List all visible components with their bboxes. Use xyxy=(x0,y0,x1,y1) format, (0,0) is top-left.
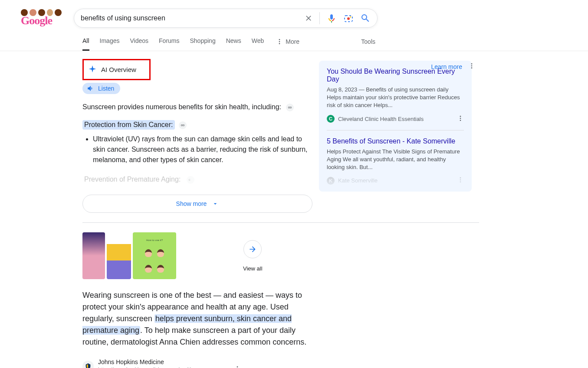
citation-icon[interactable] xyxy=(286,104,294,111)
learn-more-link[interactable]: Learn more xyxy=(431,63,462,70)
reference-source: Cleveland Clinic Health Essentials xyxy=(338,116,424,122)
search-icon[interactable] xyxy=(360,13,371,23)
ai-list-item: Ultraviolet (UV) rays from the sun can d… xyxy=(93,134,310,165)
tab-images[interactable]: Images xyxy=(100,30,120,51)
ai-section-heading-1: Protection from Skin Cancer: xyxy=(82,120,175,130)
ai-overview-list: Ultraviolet (UV) rays from the sun can d… xyxy=(93,134,310,165)
ai-section-heading-2: Prevention of Premature Aging: xyxy=(82,175,182,184)
listen-label: Listen xyxy=(98,85,114,92)
svg-point-9 xyxy=(237,366,238,368)
svg-point-2 xyxy=(350,16,351,18)
thumbnail-image[interactable] xyxy=(107,232,131,279)
nav-tabs-row: All Images Videos Forums Shopping News W… xyxy=(0,30,588,51)
ai-overview-label: AI Overview xyxy=(101,66,136,73)
citation-icon[interactable] xyxy=(187,176,194,184)
tab-shopping[interactable]: Shopping xyxy=(190,30,216,51)
svg-point-18 xyxy=(460,179,461,181)
reference-title[interactable]: 5 Benefits of Sunscreen - Kate Somervill… xyxy=(327,137,464,145)
more-options-icon[interactable] xyxy=(457,115,464,123)
more-options-icon[interactable] xyxy=(234,365,241,368)
thumbnail-image[interactable] xyxy=(82,232,105,279)
more-options-icon[interactable] xyxy=(457,176,464,185)
more-menu[interactable]: More xyxy=(276,30,299,51)
tab-forums[interactable]: Forums xyxy=(159,30,179,51)
result-site-name: Johns Hopkins Medicine xyxy=(98,358,241,365)
listen-button[interactable]: Listen xyxy=(82,83,120,94)
svg-point-15 xyxy=(460,117,461,119)
svg-point-8 xyxy=(471,67,473,68)
source-favicon: C xyxy=(327,115,335,123)
result-url: https://www.hopkinsmedicine.org › health… xyxy=(98,367,230,368)
ai-overview-intro: Sunscreen provides numerous benefits for… xyxy=(82,102,312,112)
clear-icon[interactable] xyxy=(304,14,313,23)
svg-point-1 xyxy=(347,17,350,20)
reference-source: Kate Somerville xyxy=(338,177,378,184)
tab-news[interactable]: News xyxy=(226,30,241,51)
reference-card[interactable]: You Should Be Wearing Sunscreen Every Da… xyxy=(319,61,472,192)
svg-point-5 xyxy=(279,43,280,44)
ai-star-icon xyxy=(88,65,97,75)
microphone-icon[interactable] xyxy=(326,13,337,23)
thumbnail-image[interactable]: How to use it? xyxy=(133,232,176,279)
svg-point-4 xyxy=(279,41,280,42)
search-input[interactable] xyxy=(81,14,304,22)
camera-lens-icon[interactable] xyxy=(343,13,354,23)
featured-snippet-text: Wearing sunscreen is one of the best — a… xyxy=(82,290,319,348)
svg-point-6 xyxy=(471,63,473,65)
ai-overview-header: AI Overview xyxy=(82,59,151,80)
svg-point-17 xyxy=(460,177,461,179)
result-favicon xyxy=(82,361,94,368)
citation-icon[interactable] xyxy=(179,121,187,129)
tools-link[interactable]: Tools xyxy=(361,31,375,50)
source-favicon: K xyxy=(327,177,335,185)
more-options-icon[interactable] xyxy=(468,62,475,71)
tab-videos[interactable]: Videos xyxy=(130,30,148,51)
search-box[interactable] xyxy=(74,9,378,28)
svg-point-3 xyxy=(279,39,280,40)
tab-web[interactable]: Web xyxy=(252,30,264,51)
google-logo[interactable]: Google xyxy=(9,9,74,27)
more-label: More xyxy=(286,38,299,45)
show-more-button[interactable]: Show more xyxy=(82,195,312,213)
svg-point-14 xyxy=(460,116,461,117)
view-all-button[interactable] xyxy=(243,240,262,258)
svg-point-19 xyxy=(460,181,461,182)
reference-meta: Aug 8, 2023 — Benefits of using sunscree… xyxy=(327,86,464,110)
tab-all[interactable]: All xyxy=(82,30,89,51)
show-more-label: Show more xyxy=(176,200,207,207)
reference-meta: Helps Protect Against The Visible Signs … xyxy=(327,148,464,172)
svg-point-16 xyxy=(460,120,461,121)
view-all-label: View all xyxy=(243,265,263,272)
svg-point-7 xyxy=(471,65,473,67)
